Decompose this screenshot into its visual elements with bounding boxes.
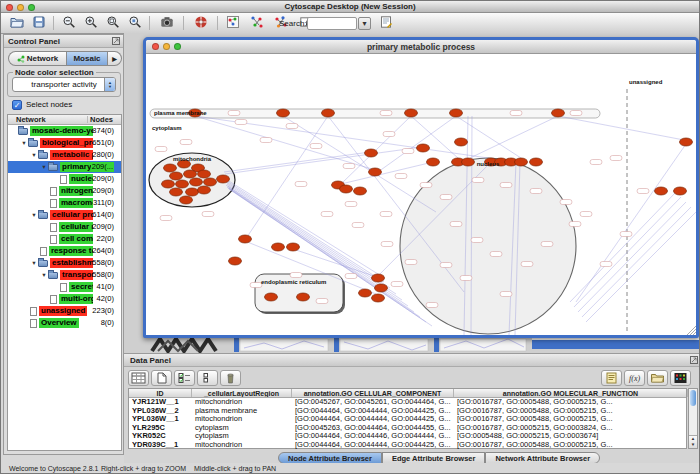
table-row[interactable]: YJR121W__1mitochondrion[GO:0045267, GO:0… [129,398,686,407]
zoom-in-button[interactable] [81,15,101,32]
expander-icon[interactable]: ▼ [30,260,38,266]
network-name[interactable]: unassigned [39,306,87,316]
zoom-selected-button[interactable] [125,15,145,32]
table-row[interactable]: YPL036W__2plasma membrane[GO:0044464, GO… [129,407,686,416]
table-scrollbar[interactable]: ▲▼ [688,388,698,449]
tree-row[interactable]: ▼primary metabo209(... [8,161,121,173]
attribute-matrix-button[interactable] [670,370,691,386]
attribute-editor-button[interactable] [601,370,622,386]
column-header[interactable]: annotation.GO MOLECULAR_FUNCTION [454,389,688,397]
tree-row[interactable]: macromolecule311(0) [8,197,121,209]
network-name[interactable]: biological_process [40,138,93,148]
tree-row[interactable]: mosaic-demo-yeast874(0) [8,125,121,137]
unselect-attributes-button[interactable] [197,370,218,386]
node-count: 223(0) [92,306,114,316]
tree-row[interactable]: nucleobase-209(0) [8,173,121,185]
expander-icon[interactable]: ▼ [30,152,38,158]
file-icon [50,199,57,208]
toolbar-separator [183,16,184,30]
help-button[interactable] [191,15,211,32]
function-builder-button[interactable]: f(x) [624,370,645,386]
network-name[interactable]: establishment of lo [50,258,93,268]
tree-row[interactable]: multi-organism pro42(0) [8,293,121,305]
data-panel-header: Data Panel [124,354,700,367]
table-row[interactable]: YDR039C__1mitochondrion[GO:0044464, GO:0… [129,441,686,450]
network-window-titlebar[interactable]: primary metabolic process [146,40,696,54]
network-name[interactable]: secretion [69,282,93,292]
select-attributes-button[interactable] [174,370,195,386]
tab-overflow-button[interactable]: ▶ [108,51,122,66]
layout-a-button[interactable] [247,15,267,32]
open-button[interactable] [7,15,27,32]
tree-row[interactable]: nitrogen compo209(0) [8,185,121,197]
show-table-button[interactable] [128,370,149,386]
float-panel-icon[interactable] [112,37,120,45]
tree-row[interactable]: unassigned223(0) [8,305,121,317]
tree-row[interactable]: ▼metabolic process280(0) [8,149,121,161]
search-input[interactable] [307,17,357,30]
network-name[interactable]: nitrogen compo [59,186,93,196]
import-attributes-button[interactable] [647,370,668,386]
vizmapper-button[interactable] [223,15,243,32]
float-panel-icon[interactable] [690,356,698,364]
tab-network[interactable]: Network [8,51,66,66]
network-name[interactable]: primary metabo [60,162,93,172]
new-attribute-button[interactable] [151,370,172,386]
tree-row[interactable]: cellular metabol209(0) [8,221,121,233]
toolbar-separator [149,16,150,30]
column-header[interactable]: ID [129,389,192,397]
search-config-button[interactable] [376,15,396,32]
network-canvas[interactable]: plasma membranecytoplasmmitochondrianucl… [146,54,696,335]
scrollbar-arrows[interactable]: ▲▼ [689,435,697,448]
network-name[interactable]: nucleobase- [69,174,93,184]
delete-attribute-button[interactable] [220,370,241,386]
tree-row[interactable]: cell communicat22(0) [8,233,121,245]
region-label: unassigned [629,79,663,85]
tree-row[interactable]: response to stimulu264(0) [8,245,121,257]
network-node [277,109,290,117]
tab-mosaic[interactable]: Mosaic [66,51,108,66]
tree-row[interactable]: secretion41(0) [8,281,121,293]
scrollbar-thumb[interactable] [690,390,696,406]
column-header[interactable]: annotation.GO CELLULAR_COMPONENT [292,389,454,397]
node-label [500,183,512,188]
save-button[interactable] [29,15,49,32]
tree-row[interactable]: ▼establishment of lo558(0) [8,257,121,269]
search-dropdown-button[interactable] [358,17,371,30]
tree-row[interactable]: Overview8(0) [8,317,121,329]
expander-icon[interactable]: ▼ [20,140,28,146]
network-name[interactable]: cell communicat [59,234,93,244]
dropdown-stepper-icon[interactable]: ▲▼ [104,78,115,91]
select-nodes-checkbox[interactable] [12,100,22,110]
expander-icon[interactable]: ▼ [40,272,48,278]
network-node [515,158,528,166]
table-row[interactable]: YLR295Ccytoplasm[GO:0045263, GO:0044464,… [129,424,686,433]
network-name[interactable]: metabolic process [50,150,93,160]
resize-grip-icon [687,326,696,335]
network-name[interactable]: multi-organism pro [59,294,93,304]
tree-row[interactable]: ▼cellular process614(0) [8,209,121,221]
network-name[interactable]: transport [60,270,93,280]
network-node [217,175,230,183]
network-name[interactable]: response to stimulu [49,246,93,256]
zoom-fit-button[interactable] [103,15,123,32]
tree-row[interactable]: ▼transport558(0) [8,269,121,281]
attribute-select-dropdown[interactable]: transporter activity ▲▼ [12,77,116,92]
tree-row[interactable]: ▼biological_process651(0) [8,137,121,149]
node-count: 874(0) [92,126,114,136]
network-name[interactable]: mosaic-demo-yeast [30,126,93,136]
column-header[interactable]: _cellularLayoutRegion [192,389,292,397]
node-label [510,111,522,116]
network-name[interactable]: Overview [39,318,79,328]
table-cell: YJR121W__1 [129,398,192,407]
network-name[interactable]: cellular process [50,210,93,220]
network-name[interactable]: cellular metabol [59,222,93,232]
expander-icon[interactable]: ▼ [40,164,48,170]
table-row[interactable]: YPL036W__1mitochondrion[GO:0044464, GO:0… [129,415,686,424]
network-canvas-svg[interactable]: plasma membranecytoplasmmitochondrianucl… [146,54,696,335]
zoom-out-button[interactable] [59,15,79,32]
table-row[interactable]: YKR052Ccytoplasm[GO:0044464, GO:0044446,… [129,432,686,441]
network-name[interactable]: macromolecule [59,198,93,208]
snapshot-button[interactable] [157,15,177,32]
expander-icon[interactable]: ▼ [30,212,38,218]
